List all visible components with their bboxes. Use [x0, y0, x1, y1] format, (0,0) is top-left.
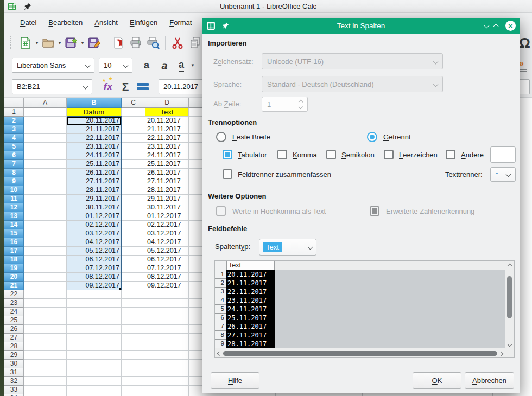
cell[interactable]	[24, 221, 67, 229]
row-header-21[interactable]: 21	[4, 282, 24, 290]
cell[interactable]: 20.11.2017	[145, 117, 189, 125]
cell[interactable]	[145, 316, 189, 325]
preview-value[interactable]: 27.11.2017	[226, 331, 275, 340]
indent-icon[interactable]: »	[519, 59, 527, 72]
cell[interactable]	[24, 143, 67, 151]
cell[interactable]	[67, 368, 122, 377]
cell[interactable]: 28.11.2017	[67, 186, 122, 195]
cell[interactable]	[24, 247, 67, 256]
tab-label[interactable]: Tabulator	[238, 151, 267, 159]
cell[interactable]	[24, 125, 67, 134]
cell[interactable]: 04.12.2017	[67, 238, 122, 247]
cell[interactable]: 07.12.2017	[67, 264, 122, 273]
cell[interactable]	[24, 169, 67, 177]
cell[interactable]	[122, 308, 145, 316]
ok-button[interactable]: OK	[413, 372, 461, 389]
cell[interactable]: 08.12.2017	[67, 273, 122, 282]
row-header-24[interactable]: 24	[4, 308, 24, 316]
cell[interactable]	[67, 386, 122, 394]
cell[interactable]	[67, 377, 122, 386]
scroll-left-icon[interactable]	[217, 351, 221, 355]
cell[interactable]	[24, 325, 67, 334]
cell[interactable]: 08.12.2017	[145, 273, 189, 282]
cell[interactable]	[24, 386, 67, 394]
cell[interactable]: 01.12.2017	[145, 212, 189, 221]
bold-button[interactable]: a	[138, 56, 155, 74]
cell[interactable]	[145, 360, 189, 368]
cell[interactable]	[24, 229, 67, 238]
cell[interactable]: 24.11.2017	[145, 151, 189, 160]
cell[interactable]: 23.11.2017	[67, 143, 122, 151]
close-icon[interactable]: ×	[505, 21, 516, 31]
row-header-26[interactable]: 26	[4, 325, 24, 334]
cell[interactable]	[122, 203, 145, 212]
export-pdf-button[interactable]	[110, 34, 127, 52]
row-header-22[interactable]: 22	[4, 290, 24, 299]
fixed-width-radio[interactable]	[216, 132, 226, 142]
underline-button[interactable]: a	[173, 56, 190, 74]
cell[interactable]	[122, 360, 145, 368]
cell[interactable]: Datum	[67, 108, 122, 117]
cell[interactable]	[67, 334, 122, 342]
function-wizard-button[interactable]: fx★★	[99, 78, 117, 95]
cell[interactable]	[24, 351, 67, 360]
cell[interactable]	[122, 125, 145, 134]
scrollbar-thumb[interactable]	[507, 276, 512, 318]
row-header-29[interactable]: 29	[4, 351, 24, 360]
cell[interactable]	[122, 212, 145, 221]
cell[interactable]	[122, 351, 145, 360]
row-header-27[interactable]: 27	[4, 334, 24, 342]
preview-vertical-scrollbar[interactable]	[505, 261, 514, 349]
cell[interactable]	[122, 264, 145, 273]
row-header-3[interactable]: 3	[4, 125, 24, 134]
cell[interactable]: 23.11.2017	[145, 143, 189, 151]
cell[interactable]	[145, 368, 189, 377]
cell[interactable]	[122, 386, 145, 394]
cell[interactable]	[24, 160, 67, 169]
copy-button[interactable]	[186, 34, 204, 52]
cell[interactable]	[24, 299, 67, 308]
cell[interactable]	[122, 143, 145, 151]
cell[interactable]	[67, 342, 122, 351]
row-header-6[interactable]: 6	[4, 151, 24, 160]
row-header-4[interactable]: 4	[4, 134, 24, 143]
cell[interactable]	[24, 273, 67, 282]
cell[interactable]	[67, 308, 122, 316]
scroll-down-icon[interactable]	[507, 342, 511, 347]
menu-bearbeiten[interactable]: Bearbeiten	[43, 15, 87, 30]
cell[interactable]: 09.12.2017	[145, 282, 189, 290]
cell[interactable]: 26.11.2017	[67, 169, 122, 177]
column-header-C[interactable]: C	[122, 98, 145, 108]
row-header-13[interactable]: 13	[4, 212, 24, 221]
font-size-combobox[interactable]: 10	[99, 58, 132, 73]
cell[interactable]	[24, 316, 67, 325]
tab-checkbox[interactable]	[223, 150, 232, 159]
cell[interactable]	[122, 282, 145, 290]
cell[interactable]: 27.11.2017	[145, 177, 189, 186]
save-as-button[interactable]	[85, 34, 103, 52]
cell[interactable]	[145, 290, 189, 299]
cell[interactable]	[24, 377, 67, 386]
cancel-button[interactable]: Abbrechen	[465, 372, 514, 389]
row-header-2[interactable]: 2	[4, 117, 24, 125]
cell[interactable]	[122, 256, 145, 264]
cut-button[interactable]	[169, 34, 186, 52]
cell[interactable]	[24, 238, 67, 247]
row-header-19[interactable]: 19	[4, 264, 24, 273]
preview-value[interactable]: 28.11.2017	[226, 340, 275, 348]
cell[interactable]: 06.12.2017	[145, 256, 189, 264]
print-preview-button[interactable]	[144, 34, 162, 52]
cell[interactable]	[122, 299, 145, 308]
row-header-9[interactable]: 9	[4, 177, 24, 186]
preview-value[interactable]: 22.11.2017	[226, 288, 275, 296]
row-header-1[interactable]: 1	[4, 108, 24, 117]
cell[interactable]	[24, 308, 67, 316]
name-box[interactable]: B2:B21	[12, 79, 92, 94]
cell[interactable]: 21.11.2017	[67, 125, 122, 134]
cell[interactable]: 25.11.2017	[145, 160, 189, 169]
cell[interactable]: 21.11.2017	[145, 125, 189, 134]
cell[interactable]	[122, 134, 145, 143]
row-header-32[interactable]: 32	[4, 377, 24, 386]
row-header-17[interactable]: 17	[4, 247, 24, 256]
save-dropdown-arrow[interactable]: ▾	[80, 40, 85, 46]
